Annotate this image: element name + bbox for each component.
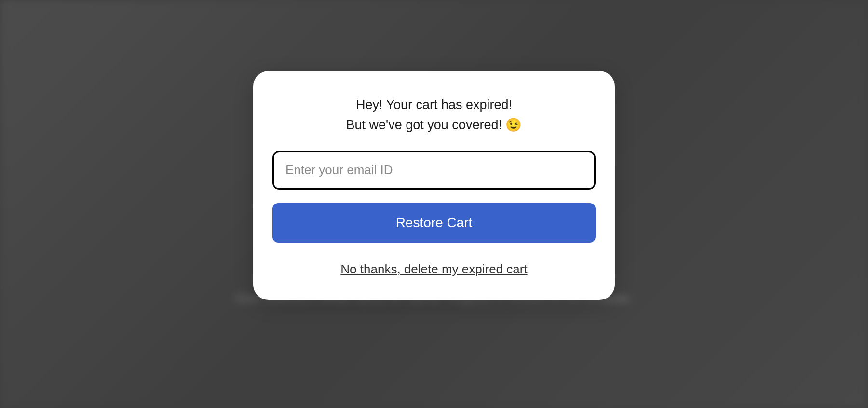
- restore-cart-button[interactable]: Restore Cart: [272, 203, 596, 243]
- delete-cart-link[interactable]: No thanks, delete my expired cart: [272, 262, 596, 277]
- modal-message-line-1: Hey! Your cart has expired!: [356, 97, 512, 112]
- cart-expired-modal: Hey! Your cart has expired! But we've go…: [253, 71, 615, 300]
- modal-message-line-2: But we've got you covered! 😉: [346, 118, 522, 132]
- email-input[interactable]: [272, 151, 596, 190]
- modal-message: Hey! Your cart has expired! But we've go…: [272, 95, 596, 136]
